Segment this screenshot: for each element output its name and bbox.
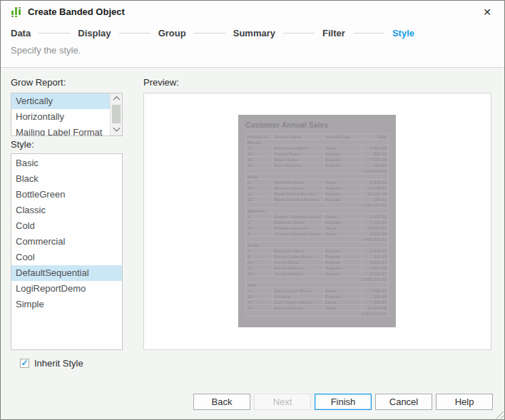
style-option-cool[interactable]: Cool — [11, 250, 122, 265]
report-cell: Regular — [324, 151, 362, 157]
report-data-row: 18SumatraRegular355.20 — [246, 294, 389, 299]
report-cell: Regular — [324, 220, 362, 225]
report-cell: Shell Bell Blend — [272, 180, 324, 185]
wizard-connector — [39, 33, 70, 34]
report-subtotal-row: 400,004.81 — [246, 237, 389, 242]
report-cell: 21 — [246, 145, 272, 151]
grow-option-mailing-label-format[interactable]: Mailing Label Format — [11, 125, 110, 136]
create-banded-object-dialog: Create Banded Object ✕ DataDisplayGroupS… — [0, 0, 505, 420]
style-option-bottlegreen[interactable]: BottleGreen — [11, 187, 122, 203]
style-option-classic[interactable]: Classic — [11, 203, 122, 218]
report-group-name: Brew — [246, 174, 389, 180]
report-cell: Organic Espresso — [272, 225, 324, 231]
report-cell: Gold Coast Blend — [272, 145, 324, 151]
report-cell: 4 — [246, 231, 272, 237]
report-cell: 355.20 — [362, 294, 388, 299]
report-group-name: Espresso — [246, 208, 389, 214]
report-cell: Espresso Roast — [272, 220, 324, 225]
scroll-up-icon[interactable] — [111, 93, 122, 104]
style-option-black[interactable]: Black — [11, 171, 122, 187]
style-option-defaultsequential[interactable]: DefaultSequential — [11, 265, 122, 281]
report-group-name: Exotic — [246, 242, 389, 248]
report-subtotal: 2,695,971.65 — [246, 277, 389, 282]
report-group-row: Mild — [246, 282, 389, 288]
wizard-step-display[interactable]: Display — [78, 28, 111, 39]
wizard-step-data[interactable]: Data — [11, 28, 31, 39]
style-option-logireportdemo[interactable]: LogiReportDemo — [11, 281, 122, 297]
report-subtotal-row: 2,695,971.65 — [246, 277, 389, 282]
report-cell: 12,894.98 — [362, 305, 388, 311]
report-cell: Java Oregon Blend — [272, 288, 324, 294]
report-data-row: 10Mexico OrganicRegular21,035.80 — [246, 185, 389, 191]
report-cell: 10 — [246, 185, 272, 191]
report-cell: French Roast — [272, 151, 324, 157]
report-data-row: 17Java Oregon BlendDecaf7,865.69 — [246, 288, 389, 294]
report-cell: Decaf — [324, 288, 362, 294]
report-cell: Regular — [324, 271, 362, 277]
report-data-row: 24Kenya RoastRegular5,801.14 — [246, 260, 389, 265]
report-data-row: 47Java Oregon BlendDecaf7,865.69 — [246, 299, 389, 305]
dialog-title: Create Banded Object — [28, 1, 125, 24]
report-cell: 7,110.10 — [362, 220, 388, 225]
report-cell: Kenya Roast — [272, 260, 324, 265]
report-cell: Regular — [324, 254, 362, 260]
report-col-product-type: Product Type — [324, 134, 362, 140]
report-cell: 350.69 — [362, 163, 388, 168]
report-cell: Decaf — [324, 214, 362, 220]
report-cell: Kenya Peaberry — [272, 265, 324, 271]
report-group-name: Mild — [246, 282, 389, 288]
wizard-step-group[interactable]: Group — [158, 28, 186, 39]
report-subtotal: 1,759,847.91 — [246, 203, 389, 208]
style-option-cold[interactable]: Cold — [11, 218, 122, 234]
inherit-style-checkbox[interactable]: ✓ Inherit Style — [20, 358, 83, 369]
grow-list-scrollbar[interactable] — [110, 93, 122, 135]
cancel-button[interactable]: Cancel — [375, 394, 432, 410]
footer-buttons: BackNextFinishCancelHelp — [1, 394, 504, 410]
style-option-basic[interactable]: Basic — [11, 155, 122, 171]
report-cell: Brazil Ipanema Bourbon — [272, 197, 324, 203]
resize-grip[interactable] — [494, 409, 504, 419]
back-button[interactable]: Back — [193, 394, 250, 410]
report-data-row: 1Espresso RoastRegular7,110.10 — [246, 220, 389, 225]
report-data-row: 13Brazil Ipanema BourbonRegular394.61 — [246, 197, 389, 203]
report-data-row: 14Sumatra DecafDecaf12,894.98 — [246, 305, 389, 311]
scrollbar-thumb[interactable] — [112, 105, 121, 123]
report-cell: Ethiopian Blend — [272, 248, 324, 254]
report-cell: Regular — [324, 294, 362, 299]
wizard-step-style[interactable]: Style — [392, 28, 414, 39]
style-option-simple[interactable]: Simple — [11, 297, 122, 312]
report-cell: 7,865.69 — [362, 299, 388, 305]
scroll-down-icon[interactable] — [111, 125, 122, 135]
report-col-total: Total — [362, 134, 388, 140]
report-group-name: Blends — [246, 140, 389, 145]
wizard-connector — [353, 33, 384, 34]
report-cell: Kenya Medium — [272, 271, 324, 277]
report-cell: Regular — [324, 197, 362, 203]
report-cell: 10,962.93 — [362, 225, 388, 231]
report-data-row: 24Italian RoastRegular7,367.20 — [246, 157, 389, 163]
report-cell: 7 — [246, 248, 272, 254]
wizard-step-summary[interactable]: Summary — [233, 28, 275, 39]
finish-button[interactable]: Finish — [315, 394, 372, 410]
report-data-row: 26Blue MountainRegular350.69 — [246, 163, 389, 168]
report-cell: 23 — [246, 151, 272, 157]
wizard-connector — [283, 33, 315, 34]
report-cell: 3,507.95 — [362, 265, 388, 271]
grow-option-vertically[interactable]: Vertically — [11, 93, 110, 109]
help-button[interactable]: Help — [436, 394, 493, 410]
style-option-commercial[interactable]: Commercial — [11, 234, 122, 250]
report-cell: 24,161.76 — [362, 191, 388, 197]
checkbox-check-icon[interactable]: ✓ — [20, 359, 29, 368]
report-cell: 13 — [246, 197, 272, 203]
close-icon[interactable]: ✕ — [480, 1, 494, 24]
report-cell: 21 — [246, 265, 272, 271]
report-subtotal-row: 1,029,069.43 — [246, 168, 389, 174]
wizard-subtitle: Specify the style. — [11, 45, 81, 56]
report-cell: 3,452.62 — [362, 214, 388, 220]
report-cell: Mexico Organic — [272, 185, 324, 191]
report-data-row: 4Organic Espresso DecafDecaf3,452.62 — [246, 214, 389, 220]
wizard-step-filter[interactable]: Filter — [322, 28, 345, 39]
grow-option-horizontally[interactable]: Horizontally — [11, 109, 110, 125]
app-icon — [11, 6, 22, 18]
report-col-product-id: Product ID — [246, 134, 272, 140]
